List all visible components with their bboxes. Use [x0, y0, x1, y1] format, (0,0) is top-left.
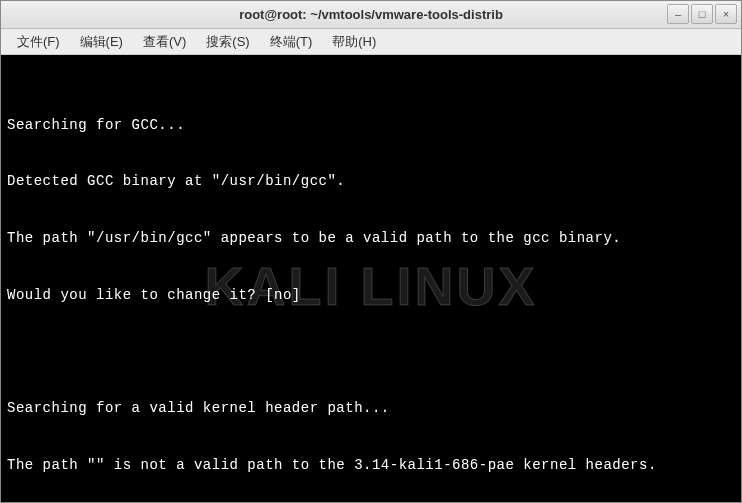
- terminal-line: Detected GCC binary at "/usr/bin/gcc".: [7, 172, 735, 191]
- maximize-button[interactable]: □: [691, 4, 713, 24]
- close-button[interactable]: ×: [715, 4, 737, 24]
- terminal-area[interactable]: KALI LINUX Searching for GCC... Detected…: [1, 55, 741, 502]
- terminal-line: The path "" is not a valid path to the 3…: [7, 456, 735, 475]
- titlebar: root@root: ~/vmtools/vmware-tools-distri…: [1, 1, 741, 29]
- terminal-line: [7, 342, 735, 361]
- terminal-line: Would you like to change it? [no]: [7, 286, 735, 305]
- terminal-line: Searching for GCC...: [7, 116, 735, 135]
- app-window: root@root: ~/vmtools/vmware-tools-distri…: [0, 0, 742, 503]
- menu-edit[interactable]: 编辑(E): [70, 30, 133, 54]
- menu-terminal[interactable]: 终端(T): [260, 30, 323, 54]
- menu-help[interactable]: 帮助(H): [322, 30, 386, 54]
- menu-view[interactable]: 查看(V): [133, 30, 196, 54]
- terminal-line: Searching for a valid kernel header path…: [7, 399, 735, 418]
- window-controls: – □ ×: [667, 4, 737, 24]
- menu-file[interactable]: 文件(F): [7, 30, 70, 54]
- minimize-button[interactable]: –: [667, 4, 689, 24]
- terminal-line: The path "/usr/bin/gcc" appears to be a …: [7, 229, 735, 248]
- menu-search[interactable]: 搜索(S): [196, 30, 259, 54]
- window-title: root@root: ~/vmtools/vmware-tools-distri…: [239, 7, 503, 22]
- menubar: 文件(F) 编辑(E) 查看(V) 搜索(S) 终端(T) 帮助(H): [1, 29, 741, 55]
